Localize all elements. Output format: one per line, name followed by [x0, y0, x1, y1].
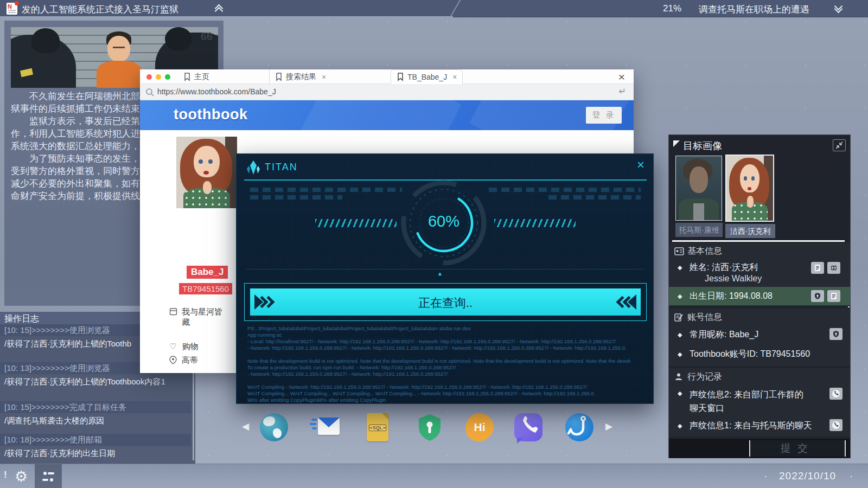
bullet-icon: ◆ [678, 351, 682, 358]
sliders-icon [41, 470, 55, 483]
toothbook-logo[interactable]: toothbook [174, 106, 247, 123]
tab-close-icon[interactable]: × [322, 73, 326, 81]
fishhook-app-icon[interactable] [565, 413, 593, 441]
query-status-text: 正在查询.. [250, 295, 641, 311]
globe-clue-button[interactable] [827, 262, 840, 274]
task-list-button[interactable] [35, 464, 62, 488]
shield-icon [416, 413, 444, 441]
voice-clue-button[interactable] [829, 388, 843, 400]
submit-strip: 提交 [669, 439, 850, 458]
profile-id-badge: TB79451560 [179, 283, 232, 294]
news-ticker[interactable]: 发的人工智能系统正式接入圣马汀监狱 [22, 3, 178, 16]
deco-ticks [250, 195, 342, 200]
taskbar: ! ⚙ · 2022/10/10 · [0, 464, 868, 488]
shield-clue-button[interactable] [811, 290, 824, 302]
voiceprint1-row: 声纹信息1: 来自与托马斯的聊天 [690, 420, 812, 432]
collapse-news-icon[interactable] [216, 5, 222, 10]
sql-app-icon[interactable]: <SQL> [367, 413, 388, 441]
tab-close-icon[interactable]: × [452, 73, 457, 81]
query-progress-bar: 正在查询.. [250, 288, 641, 316]
titan-title: TITAN [265, 162, 298, 173]
log-entry-header: [10: 18]>>>>>>>>使用邮箱 [0, 434, 191, 446]
hi-chat-app-icon[interactable]: Hi [465, 413, 494, 441]
window-control-maximize[interactable] [165, 74, 170, 80]
deco-ticks [250, 188, 402, 192]
go-enter-icon[interactable]: ↵ [619, 86, 626, 97]
progress-percent: 60% [398, 213, 490, 230]
corner-mark [673, 140, 680, 147]
bullet-icon: ◆ [678, 331, 682, 338]
document-icon [814, 264, 821, 272]
log-entry-detail: /调查托马斯袭击大楼的原因 [0, 414, 191, 427]
voice-clue-button[interactable] [829, 419, 843, 431]
bookmark-icon [183, 73, 191, 81]
profile-avatar [176, 137, 237, 208]
account-id-row: Toothbook账号ID: TB79451560 [690, 349, 810, 360]
titan-close-button[interactable]: × [637, 157, 644, 172]
doc-clue-button[interactable] [827, 290, 840, 302]
section-basic-info: 基本信息 ◆ 姓名: 洁西·沃克利 Jessie Walkley ◆ [669, 242, 850, 306]
mission-objective[interactable]: 调查托马斯在职场上的遭遇 [699, 3, 809, 16]
profile-menu-location[interactable]: 高蒂 [169, 355, 198, 365]
portrait-jessie[interactable] [725, 155, 774, 222]
news-icon[interactable]: N [7, 3, 17, 15]
topbar-divider [449, 0, 462, 18]
tab-home[interactable]: 主页 [178, 69, 215, 84]
target-panel-title: 目标画像 [683, 139, 722, 152]
topbar-underline [0, 16, 453, 17]
portrait-name-thomas[interactable]: 托马斯·康维 [675, 223, 723, 237]
url-field[interactable]: https://www.toothbook.com/Babe_J [157, 87, 276, 96]
name-en-row: Jessie Walkley [705, 274, 762, 284]
dock-next-arrow[interactable]: ▶ [605, 421, 612, 432]
section-title: 账号信息 [687, 312, 722, 323]
profile-name-badge: Babe_J [187, 266, 228, 279]
section-account-info: 账号信息 ◆ 常用昵称: Babe_J ◆ Toothbook账号ID: TB7… [669, 309, 850, 366]
search-icon [145, 88, 154, 97]
tab-tb-babe-j[interactable]: TB_Babe_J × [391, 69, 463, 84]
phone-handset-icon [514, 413, 542, 441]
expand-objective-icon[interactable] [835, 3, 841, 8]
dock-prev-arrow[interactable]: ◀ [242, 421, 249, 432]
submit-button[interactable]: 提交 [749, 440, 846, 457]
phone-icon [832, 389, 840, 398]
window-control-close[interactable] [146, 74, 152, 80]
portrait-name-jessie[interactable]: 洁西·沃克利 [725, 224, 775, 238]
panel-divider [672, 240, 845, 242]
shield-clue-button[interactable] [829, 328, 843, 340]
mail-app-icon[interactable] [311, 413, 340, 441]
section-title: 行为记录 [687, 371, 722, 383]
location-pin-icon [169, 356, 177, 364]
toothbook-header: toothbook 登 录 [140, 100, 634, 130]
browser-urlbar: https://www.toothbook.com/Babe_J ↵ [140, 84, 634, 100]
birth-row-highlight: ◆ 出生日期: 1994.08.08 [669, 287, 850, 305]
pointer-icon: ▲ [437, 271, 443, 277]
document-icon [831, 292, 837, 300]
doc-clue-button[interactable] [811, 262, 824, 274]
query-progress-frame: 正在查询.. [244, 283, 647, 321]
browser-app-icon[interactable] [260, 413, 288, 441]
login-button[interactable]: 登 录 [586, 107, 622, 124]
taskbar-alert: ! [4, 470, 7, 480]
deco-ticks [548, 195, 641, 200]
target-portrait-panel: 目标画像 托马斯·康维 洁西·沃克利 基 [668, 134, 851, 458]
portrait-thomas[interactable] [675, 156, 722, 221]
window-control-minimize[interactable] [156, 74, 161, 80]
browser-close-button[interactable]: × [618, 70, 625, 84]
profile-menu-shopping[interactable]: ♡购物 [169, 342, 198, 352]
id-card-icon [674, 247, 684, 255]
panel-collapse-button[interactable] [833, 139, 846, 151]
bookmark-icon [275, 73, 283, 81]
heart-icon: ♡ [169, 342, 176, 351]
log-entry-detail: /获得了洁西·沃克利的出生日期 [0, 447, 191, 460]
collect-icon [169, 307, 177, 316]
profile-menu-collect[interactable]: 我与星河皆 藏 [169, 307, 229, 328]
phone-chat-app-icon[interactable] [514, 413, 542, 441]
collapse-arrows-icon [835, 141, 844, 150]
security-app-icon[interactable] [416, 413, 444, 441]
settings-button[interactable]: ⚙ [9, 464, 34, 488]
birth-row: 出生日期: 1994.08.08 [690, 291, 773, 302]
titan-crystal-icon [245, 159, 261, 176]
desktop: N 发的人工智能系统正式接入圣马汀监狱 21% 调查托马斯在职场上的遭遇 66 … [0, 0, 868, 488]
tab-search-results[interactable]: 搜索结果 × [269, 69, 331, 84]
hook-icon [565, 413, 593, 441]
